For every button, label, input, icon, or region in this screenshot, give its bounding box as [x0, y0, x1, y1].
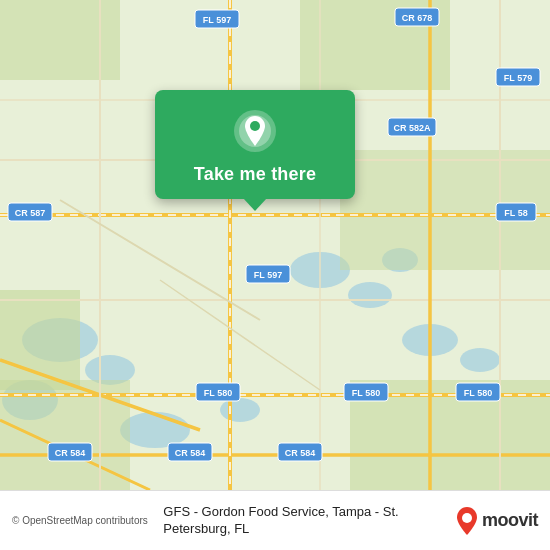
map-container: FL 597 CR 678 CR 582A FL 579 CR 587 FL 5… — [0, 0, 550, 490]
svg-text:FL 580: FL 580 — [204, 388, 232, 398]
svg-point-64 — [462, 513, 472, 523]
svg-text:FL 580: FL 580 — [464, 388, 492, 398]
svg-rect-11 — [0, 0, 120, 80]
svg-point-9 — [220, 398, 260, 422]
svg-text:CR 587: CR 587 — [15, 208, 46, 218]
bottom-bar: © OpenStreetMap contributors GFS - Gordo… — [0, 490, 550, 550]
svg-text:CR 678: CR 678 — [402, 13, 433, 23]
svg-text:CR 584: CR 584 — [175, 448, 206, 458]
svg-point-7 — [460, 348, 500, 372]
location-title: GFS - Gordon Food Service, Tampa - St. P… — [163, 504, 446, 538]
svg-text:FL 597: FL 597 — [203, 15, 231, 25]
svg-text:CR 582A: CR 582A — [393, 123, 431, 133]
svg-text:FL 58: FL 58 — [504, 208, 527, 218]
svg-text:CR 584: CR 584 — [285, 448, 316, 458]
osm-credit: © OpenStreetMap contributors — [12, 515, 153, 526]
moovit-text: moovit — [482, 510, 538, 531]
popup-card[interactable]: Take me there — [155, 90, 355, 199]
location-pin-icon — [232, 108, 278, 154]
svg-point-4 — [348, 282, 392, 308]
svg-point-63 — [250, 121, 260, 131]
moovit-pin-icon — [456, 507, 478, 535]
svg-text:FL 580: FL 580 — [352, 388, 380, 398]
popup-button-label: Take me there — [194, 164, 316, 185]
svg-text:CR 584: CR 584 — [55, 448, 86, 458]
map-svg: FL 597 CR 678 CR 582A FL 579 CR 587 FL 5… — [0, 0, 550, 490]
moovit-logo: moovit — [456, 507, 538, 535]
svg-text:FL 579: FL 579 — [504, 73, 532, 83]
svg-text:FL 597: FL 597 — [254, 270, 282, 280]
